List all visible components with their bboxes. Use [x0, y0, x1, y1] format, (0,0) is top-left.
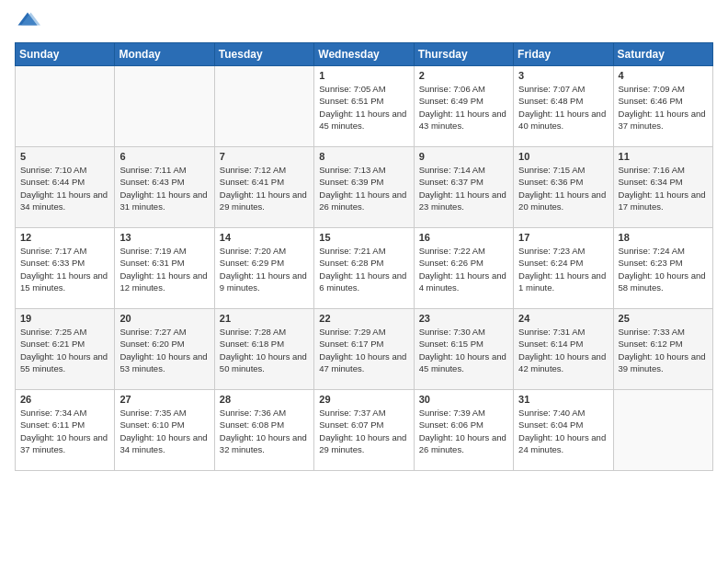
day-cell: 24Sunrise: 7:31 AM Sunset: 6:14 PM Dayli…	[514, 309, 613, 390]
day-info: Sunrise: 7:19 AM Sunset: 6:31 PM Dayligh…	[119, 245, 209, 293]
day-cell: 8Sunrise: 7:13 AM Sunset: 6:39 PM Daylig…	[314, 147, 414, 228]
day-cell: 15Sunrise: 7:21 AM Sunset: 6:28 PM Dayli…	[314, 228, 414, 309]
day-info: Sunrise: 7:30 AM Sunset: 6:15 PM Dayligh…	[419, 326, 508, 374]
day-cell: 26Sunrise: 7:34 AM Sunset: 6:11 PM Dayli…	[16, 390, 115, 471]
day-info: Sunrise: 7:40 AM Sunset: 6:04 PM Dayligh…	[518, 407, 608, 455]
day-cell: 31Sunrise: 7:40 AM Sunset: 6:04 PM Dayli…	[514, 390, 613, 471]
day-info: Sunrise: 7:13 AM Sunset: 6:39 PM Dayligh…	[319, 164, 408, 213]
day-number: 7	[220, 151, 309, 162]
day-cell: 23Sunrise: 7:30 AM Sunset: 6:15 PM Dayli…	[414, 309, 513, 390]
day-cell: 19Sunrise: 7:25 AM Sunset: 6:21 PM Dayli…	[16, 309, 115, 390]
day-info: Sunrise: 7:39 AM Sunset: 6:06 PM Dayligh…	[419, 407, 508, 455]
day-cell: 28Sunrise: 7:36 AM Sunset: 6:08 PM Dayli…	[214, 390, 313, 471]
col-header-saturday: Saturday	[613, 43, 712, 66]
week-row-5: 26Sunrise: 7:34 AM Sunset: 6:11 PM Dayli…	[16, 390, 713, 471]
day-number: 17	[518, 232, 608, 243]
day-cell: 4Sunrise: 7:09 AM Sunset: 6:46 PM Daylig…	[613, 66, 712, 147]
logo	[15, 9, 44, 35]
day-number: 29	[319, 394, 408, 405]
day-info: Sunrise: 7:21 AM Sunset: 6:28 PM Dayligh…	[319, 245, 408, 293]
day-number: 22	[319, 313, 408, 324]
day-cell: 21Sunrise: 7:28 AM Sunset: 6:18 PM Dayli…	[214, 309, 313, 390]
day-number: 5	[20, 151, 109, 162]
day-cell: 7Sunrise: 7:12 AM Sunset: 6:41 PM Daylig…	[214, 147, 313, 228]
week-row-1: 1Sunrise: 7:05 AM Sunset: 6:51 PM Daylig…	[16, 66, 713, 147]
col-header-tuesday: Tuesday	[214, 43, 313, 66]
col-header-sunday: Sunday	[16, 43, 115, 66]
day-cell	[613, 390, 712, 471]
day-info: Sunrise: 7:36 AM Sunset: 6:08 PM Dayligh…	[220, 407, 309, 455]
day-number: 23	[419, 313, 508, 324]
day-number: 21	[220, 313, 309, 324]
day-number: 9	[419, 151, 508, 162]
day-number: 4	[619, 70, 708, 81]
day-cell: 18Sunrise: 7:24 AM Sunset: 6:23 PM Dayli…	[613, 228, 712, 309]
day-info: Sunrise: 7:14 AM Sunset: 6:37 PM Dayligh…	[419, 164, 508, 213]
day-info: Sunrise: 7:27 AM Sunset: 6:20 PM Dayligh…	[119, 326, 209, 374]
day-number: 11	[619, 151, 708, 162]
day-number: 19	[20, 313, 109, 324]
col-header-monday: Monday	[115, 43, 214, 66]
week-row-2: 5Sunrise: 7:10 AM Sunset: 6:44 PM Daylig…	[16, 147, 713, 228]
day-info: Sunrise: 7:09 AM Sunset: 6:46 PM Dayligh…	[619, 83, 708, 132]
day-cell: 10Sunrise: 7:15 AM Sunset: 6:36 PM Dayli…	[514, 147, 613, 228]
day-cell: 2Sunrise: 7:06 AM Sunset: 6:49 PM Daylig…	[414, 66, 513, 147]
day-number: 31	[518, 394, 608, 405]
day-number: 24	[518, 313, 608, 324]
day-number: 30	[419, 394, 508, 405]
day-cell: 5Sunrise: 7:10 AM Sunset: 6:44 PM Daylig…	[16, 147, 115, 228]
day-info: Sunrise: 7:25 AM Sunset: 6:21 PM Dayligh…	[20, 326, 109, 374]
day-number: 1	[319, 70, 408, 81]
day-info: Sunrise: 7:06 AM Sunset: 6:49 PM Dayligh…	[419, 83, 508, 132]
day-number: 20	[119, 313, 209, 324]
day-info: Sunrise: 7:37 AM Sunset: 6:07 PM Dayligh…	[319, 407, 408, 455]
day-number: 13	[119, 232, 209, 243]
day-cell: 9Sunrise: 7:14 AM Sunset: 6:37 PM Daylig…	[414, 147, 513, 228]
day-info: Sunrise: 7:29 AM Sunset: 6:17 PM Dayligh…	[319, 326, 408, 374]
day-cell: 11Sunrise: 7:16 AM Sunset: 6:34 PM Dayli…	[613, 147, 712, 228]
day-cell	[115, 66, 214, 147]
day-cell: 22Sunrise: 7:29 AM Sunset: 6:17 PM Dayli…	[314, 309, 414, 390]
day-info: Sunrise: 7:12 AM Sunset: 6:41 PM Dayligh…	[220, 164, 309, 213]
day-cell: 13Sunrise: 7:19 AM Sunset: 6:31 PM Dayli…	[115, 228, 214, 309]
day-number: 14	[220, 232, 309, 243]
day-info: Sunrise: 7:11 AM Sunset: 6:43 PM Dayligh…	[119, 164, 209, 213]
day-cell: 17Sunrise: 7:23 AM Sunset: 6:24 PM Dayli…	[514, 228, 613, 309]
day-number: 26	[20, 394, 109, 405]
day-number: 3	[518, 70, 608, 81]
day-info: Sunrise: 7:05 AM Sunset: 6:51 PM Dayligh…	[319, 83, 408, 132]
day-number: 8	[319, 151, 408, 162]
day-cell: 14Sunrise: 7:20 AM Sunset: 6:29 PM Dayli…	[214, 228, 313, 309]
day-number: 27	[119, 394, 209, 405]
page: SundayMondayTuesdayWednesdayThursdayFrid…	[0, 0, 728, 563]
day-number: 2	[419, 70, 508, 81]
col-header-friday: Friday	[514, 43, 613, 66]
day-number: 16	[419, 232, 508, 243]
day-cell: 27Sunrise: 7:35 AM Sunset: 6:10 PM Dayli…	[115, 390, 214, 471]
day-cell	[214, 66, 313, 147]
day-info: Sunrise: 7:10 AM Sunset: 6:44 PM Dayligh…	[20, 164, 109, 213]
day-number: 25	[619, 313, 708, 324]
days-header-row: SundayMondayTuesdayWednesdayThursdayFrid…	[16, 43, 713, 66]
header	[15, 9, 713, 35]
col-header-wednesday: Wednesday	[314, 43, 414, 66]
day-info: Sunrise: 7:15 AM Sunset: 6:36 PM Dayligh…	[518, 164, 608, 213]
calendar-table: SundayMondayTuesdayWednesdayThursdayFrid…	[15, 42, 713, 471]
day-info: Sunrise: 7:23 AM Sunset: 6:24 PM Dayligh…	[518, 245, 608, 293]
day-info: Sunrise: 7:28 AM Sunset: 6:18 PM Dayligh…	[220, 326, 309, 374]
day-info: Sunrise: 7:24 AM Sunset: 6:23 PM Dayligh…	[619, 245, 708, 293]
day-cell: 12Sunrise: 7:17 AM Sunset: 6:33 PM Dayli…	[16, 228, 115, 309]
day-cell: 29Sunrise: 7:37 AM Sunset: 6:07 PM Dayli…	[314, 390, 414, 471]
week-row-3: 12Sunrise: 7:17 AM Sunset: 6:33 PM Dayli…	[16, 228, 713, 309]
day-cell: 6Sunrise: 7:11 AM Sunset: 6:43 PM Daylig…	[115, 147, 214, 228]
week-row-4: 19Sunrise: 7:25 AM Sunset: 6:21 PM Dayli…	[16, 309, 713, 390]
day-cell: 16Sunrise: 7:22 AM Sunset: 6:26 PM Dayli…	[414, 228, 513, 309]
day-info: Sunrise: 7:34 AM Sunset: 6:11 PM Dayligh…	[20, 407, 109, 455]
day-info: Sunrise: 7:22 AM Sunset: 6:26 PM Dayligh…	[419, 245, 508, 293]
day-number: 28	[220, 394, 309, 405]
day-number: 12	[20, 232, 109, 243]
day-cell: 1Sunrise: 7:05 AM Sunset: 6:51 PM Daylig…	[314, 66, 414, 147]
logo-icon	[15, 9, 40, 35]
day-cell: 3Sunrise: 7:07 AM Sunset: 6:48 PM Daylig…	[514, 66, 613, 147]
day-cell: 30Sunrise: 7:39 AM Sunset: 6:06 PM Dayli…	[414, 390, 513, 471]
